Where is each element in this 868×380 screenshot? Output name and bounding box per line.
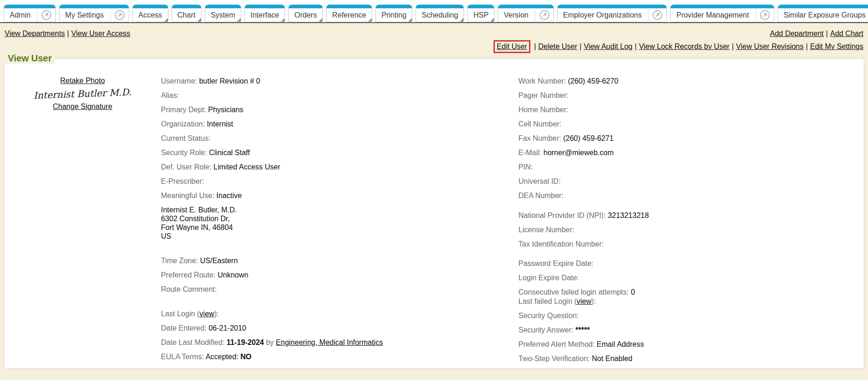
- field-label: Alias:: [161, 91, 179, 99]
- link-view-audit-log[interactable]: View Audit Log: [584, 42, 633, 50]
- field-value-bold: 11-19-2024: [226, 338, 264, 346]
- tab-employer-organizations[interactable]: Employer Organizations: [557, 5, 667, 22]
- field-label: EULA Terms:: [161, 353, 206, 361]
- field-value-bold: NO: [240, 353, 251, 361]
- field-row: E-Mail: horner@mieweb.com: [518, 148, 864, 157]
- inline-link[interactable]: view: [577, 297, 591, 305]
- link-separator: |: [534, 42, 536, 50]
- link-view-departments[interactable]: View Departments: [5, 30, 65, 37]
- field-row: E-Prescriber:: [161, 177, 518, 186]
- field-label: Meaningful Use:: [161, 192, 216, 199]
- field-row: Preferred Alert Method: Email Address: [518, 340, 864, 349]
- tab-orders[interactable]: Orders: [288, 5, 323, 22]
- link-edit-my-settings[interactable]: Edit My Settings: [810, 42, 863, 50]
- link-bar: View Departments|View User Access Add De…: [0, 23, 868, 38]
- address-line: Internist E. Butler, M.D.: [161, 205, 518, 214]
- popout-icon[interactable]: [648, 8, 666, 22]
- dropdown-corner-icon: [237, 18, 241, 22]
- tab-label: My Settings: [65, 11, 104, 19]
- tab-label-row: Version: [498, 8, 530, 22]
- address-line: 6302 Constitution Dr,: [161, 214, 518, 223]
- field-value: butler Revision # 0: [199, 77, 261, 85]
- field-row: Last Login (view):: [161, 309, 518, 318]
- field-label: Password Expire Date:: [518, 259, 594, 267]
- tab-version[interactable]: Version: [498, 5, 553, 22]
- tab-scheduling[interactable]: Scheduling: [416, 5, 464, 22]
- row-gap: [161, 299, 518, 309]
- link-separator: |: [806, 42, 808, 50]
- dropdown-corner-icon: [197, 18, 201, 22]
- field-label: E-Mail:: [518, 149, 543, 157]
- tab-label: Chart: [178, 11, 196, 19]
- inline-link[interactable]: view: [200, 310, 214, 318]
- field-label: Universal ID:: [518, 177, 561, 185]
- tab-label-row: Orders: [289, 8, 322, 22]
- tab-label: Orders: [294, 11, 317, 19]
- dropdown-corner-icon: [281, 18, 285, 22]
- link-view-lock-records-by-user[interactable]: View Lock Records by User: [639, 42, 729, 50]
- link-add-chart[interactable]: Add Chart: [830, 30, 863, 37]
- tab-chart[interactable]: Chart: [172, 5, 202, 22]
- popout-icon[interactable]: [535, 8, 553, 22]
- change-signature-link[interactable]: Change Signature: [53, 103, 113, 111]
- field-row: Password Expire Date:: [518, 259, 864, 268]
- field-value: 3213213218: [608, 211, 649, 219]
- tab-label: Similar Exposure Groups (SEGs): [784, 11, 868, 19]
- link-view-user-revisions[interactable]: View User Revisions: [736, 42, 803, 50]
- field-row: Current Status:: [161, 134, 518, 143]
- tab-label-row: My Settings: [59, 8, 106, 22]
- link-add-department[interactable]: Add Department: [770, 30, 824, 37]
- field-label: Fax Number:: [518, 134, 563, 142]
- popout-icon[interactable]: [111, 8, 129, 22]
- field-row-line2: Last failed Login (view):: [518, 297, 864, 306]
- tab-label: Employer Organizations: [563, 11, 642, 19]
- address-line: US: [161, 232, 518, 241]
- field-value: Accepted:: [206, 353, 241, 361]
- field-label: Date Entered:: [161, 324, 208, 332]
- field-row: Route Comment:: [161, 285, 518, 294]
- field-label: Last failed Login (: [518, 297, 577, 305]
- field-label: Time Zone:: [161, 257, 200, 265]
- tab-my-settings[interactable]: My Settings: [59, 5, 129, 22]
- field-label: National Provider ID (NPI):: [518, 211, 608, 219]
- tab-label-row: Similar Exposure Groups (SEGs): [778, 8, 868, 22]
- field-label: Last Login (: [161, 310, 200, 318]
- tab-label-row: Access: [133, 8, 168, 22]
- link-separator: |: [635, 42, 636, 50]
- tab-similar-exposure-groups-segs[interactable]: Similar Exposure Groups (SEGs): [778, 5, 868, 22]
- field-row: Username: butler Revision # 0: [161, 77, 518, 85]
- tab-label: Scheduling: [422, 11, 458, 19]
- tab-label-row: Printing: [376, 8, 412, 22]
- tab-interface[interactable]: Interface: [244, 5, 285, 22]
- tab-reference[interactable]: Reference: [326, 5, 372, 22]
- tab-system[interactable]: System: [205, 5, 241, 22]
- link-delete-user[interactable]: Delete User: [538, 42, 577, 50]
- tab-access[interactable]: Access: [132, 5, 168, 22]
- dropdown-corner-icon: [460, 18, 464, 22]
- retake-photo-link[interactable]: Retake Photo: [60, 77, 105, 85]
- field-label: DEA Number:: [518, 192, 564, 199]
- popout-icon[interactable]: [756, 8, 774, 22]
- field-value: 06-21-2010: [208, 324, 246, 332]
- link-separator: |: [732, 42, 734, 50]
- link-edit-user[interactable]: Edit User: [497, 42, 527, 50]
- link-view-user-access[interactable]: View User Access: [71, 30, 131, 37]
- inline-link[interactable]: Engineering, Medical Informatics: [276, 338, 383, 346]
- popout-icon[interactable]: [37, 8, 55, 22]
- field-row: Meaningful Use: Inactive: [161, 191, 518, 200]
- field-value: US/Eastern: [200, 257, 238, 265]
- tab-label-row: Chart: [172, 8, 201, 22]
- field-label: Organization:: [161, 120, 207, 128]
- tab-label-row: Scheduling: [416, 8, 464, 22]
- tab-hsp[interactable]: HSP: [467, 5, 494, 22]
- field-label: License Number:: [518, 226, 574, 234]
- field-row: Cell Number:: [518, 120, 864, 128]
- tab-label-row: Admin: [4, 8, 32, 22]
- field-row: Two-Step Verification: Not Enabled: [518, 354, 864, 363]
- row-gap: [518, 254, 864, 259]
- tab-provider-management[interactable]: Provider Management: [670, 5, 774, 22]
- tab-printing[interactable]: Printing: [375, 5, 412, 22]
- row-gap: [161, 246, 518, 256]
- tab-admin[interactable]: Admin: [4, 5, 56, 22]
- field-value: Inactive: [216, 192, 242, 199]
